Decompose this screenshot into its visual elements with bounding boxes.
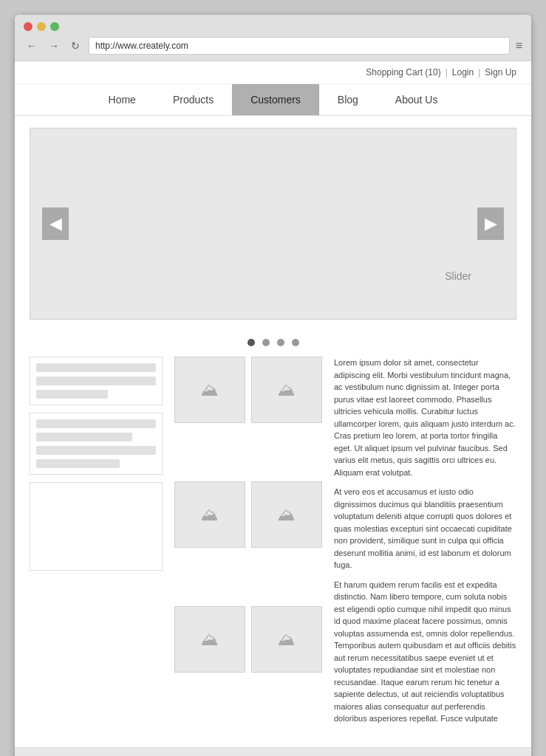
list-line-5 [36,433,132,441]
refresh-button[interactable]: ↻ [68,38,83,53]
sep2: | [478,67,480,78]
slider-next-button[interactable]: ▶ [477,207,504,240]
browser-toolbar: ← → ↻ http://www.creately.com ≡ [24,37,522,55]
footer: Footer [15,747,531,757]
right-text-column: Lorem ipsum dolor sit amet, consectetur … [334,357,516,725]
image-icon-6: ⛰ [278,629,296,650]
slider-label: Slider [445,270,471,282]
image-grid: ⛰ ⛰ ⛰ ⛰ ⛰ ⛰ [174,357,322,725]
slider-section: ◀ Slider ▶ [30,128,516,320]
image-icon-2: ⛰ [278,379,296,400]
back-button[interactable]: ← [24,38,40,53]
image-icon-5: ⛰ [201,629,219,650]
browser-titlebar: ← → ↻ http://www.creately.com ≡ [15,15,531,61]
slider-dot-3[interactable] [277,339,284,346]
address-bar[interactable]: http://www.creately.com [89,37,510,55]
nav-item-about[interactable]: About Us [377,84,457,115]
slider-dot-2[interactable] [262,339,270,346]
browser-menu-icon[interactable]: ≡ [516,39,522,52]
left-column [30,357,163,725]
sep1: | [446,67,448,78]
slider-dots [15,331,531,357]
minimize-dot[interactable] [37,22,46,31]
nav-item-products[interactable]: Products [154,84,232,115]
shopping-cart-link[interactable]: Shopping Cart (10) [366,67,440,78]
list-widget-3 [30,482,163,571]
image-2: ⛰ [251,357,322,423]
paragraph-2: At vero eos et accusamus et iusto odio d… [334,486,516,571]
image-5: ⛰ [174,606,245,673]
window-controls [24,22,522,31]
image-icon-1: ⛰ [201,379,219,400]
slider-dot-1[interactable] [248,339,255,346]
paragraph-3: Et harum quidem rerum facilis est et exp… [334,579,516,725]
image-icon-4: ⛰ [278,504,296,525]
top-bar-links: Shopping Cart (10) | Login | Sign Up [366,67,516,78]
nav-item-customers[interactable]: Customers [232,84,319,115]
forward-button[interactable]: → [46,38,62,53]
page-content: Shopping Cart (10) | Login | Sign Up Hom… [15,61,531,756]
list-line-3 [36,390,108,399]
list-line-6 [36,446,156,455]
image-icon-3: ⛰ [201,504,219,525]
maximize-dot[interactable] [50,22,59,31]
list-widget-2 [30,413,163,475]
list-line-2 [36,377,156,385]
nav-item-blog[interactable]: Blog [319,84,377,115]
image-1: ⛰ [174,357,245,423]
list-line-4 [36,419,156,428]
slider-prev-button[interactable]: ◀ [42,207,69,240]
nav-bar: Home Products Customers Blog About Us [15,84,531,116]
login-link[interactable]: Login [452,67,474,78]
image-3: ⛰ [174,481,245,548]
signup-link[interactable]: Sign Up [485,67,516,78]
browser-window: ← → ↻ http://www.creately.com ≡ Shopping… [15,15,531,756]
content-section: ⛰ ⛰ ⛰ ⛰ ⛰ ⛰ Lorem ips [15,357,531,740]
list-widget [30,357,163,405]
image-6: ⛰ [251,606,322,673]
nav-item-home[interactable]: Home [90,84,154,115]
close-dot[interactable] [24,22,33,31]
slider-dot-4[interactable] [292,339,299,346]
top-bar: Shopping Cart (10) | Login | Sign Up [15,61,531,84]
list-line-1 [36,363,156,372]
paragraph-1: Lorem ipsum dolor sit amet, consectetur … [334,357,516,478]
list-line-7 [36,459,120,468]
image-4: ⛰ [251,481,322,548]
